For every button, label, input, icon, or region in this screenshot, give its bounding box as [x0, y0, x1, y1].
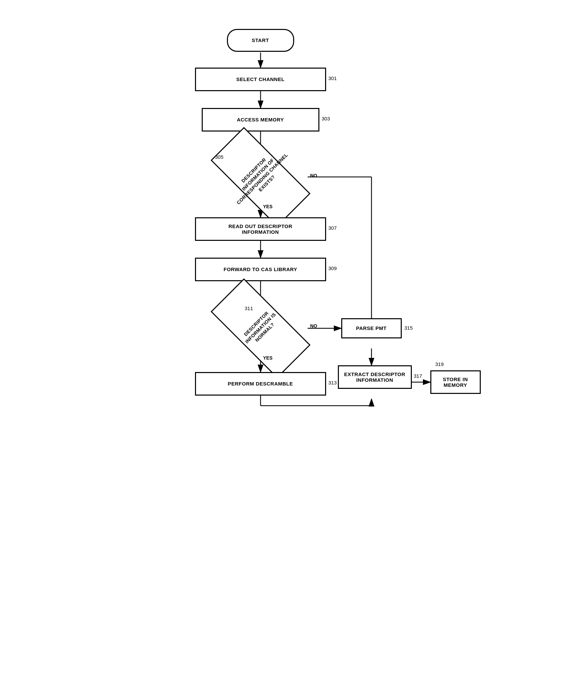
no-label-311: NO — [310, 323, 317, 329]
yes-label-311: YES — [263, 355, 273, 361]
no-label-305: NO — [310, 173, 317, 178]
start-node: START — [227, 29, 294, 52]
descriptor-exists-text: DESCRIPTORINFORMATION OFCORRESPONDING CH… — [213, 153, 308, 200]
extract-descriptor-node: EXTRACT DESCRIPTOR INFORMATION — [338, 365, 412, 389]
descriptor-normal-text: DESCRIPTORINFORMATION ISNORMAL? — [213, 305, 308, 352]
read-out-label: READ OUT DESCRIPTOR INFORMATION — [228, 223, 292, 235]
access-memory-label: ACCESS MEMORY — [237, 117, 284, 122]
read-out-node: READ OUT DESCRIPTOR INFORMATION — [195, 217, 326, 241]
access-memory-node: ACCESS MEMORY — [202, 108, 319, 132]
extract-descriptor-label: EXTRACT DESCRIPTOR INFORMATION — [344, 371, 405, 383]
yes-label-305: YES — [263, 204, 273, 209]
perform-descramble-node: PERFORM DESCRAMBLE — [195, 372, 326, 396]
ref-303: 303 — [322, 116, 330, 121]
ref-305: 305 — [215, 154, 224, 160]
forward-cas-label: FORWARD TO CAS LIBRARY — [224, 266, 297, 272]
store-memory-label: STORE IN MEMORY — [443, 376, 468, 388]
store-memory-node: STORE IN MEMORY — [430, 370, 481, 394]
parse-pmt-label: PARSE PMT — [356, 325, 387, 331]
ref-307: 307 — [328, 225, 337, 231]
select-channel-label: SELECT CHANNEL — [236, 76, 285, 82]
start-label: START — [252, 37, 269, 43]
forward-cas-node: FORWARD TO CAS LIBRARY — [195, 258, 326, 281]
ref-319: 319 — [435, 361, 444, 367]
perform-descramble-label: PERFORM DESCRAMBLE — [228, 381, 293, 386]
ref-311: 311 — [245, 305, 253, 311]
ref-315: 315 — [404, 325, 413, 331]
select-channel-node: SELECT CHANNEL — [195, 68, 326, 91]
ref-309: 309 — [328, 265, 337, 271]
ref-301: 301 — [328, 75, 337, 81]
flowchart-diagram: START SELECT CHANNEL 301 ACCESS MEMORY 3… — [143, 22, 445, 678]
ref-317: 317 — [414, 373, 422, 379]
parse-pmt-node: PARSE PMT — [341, 318, 402, 338]
ref-313: 313 — [328, 380, 337, 385]
